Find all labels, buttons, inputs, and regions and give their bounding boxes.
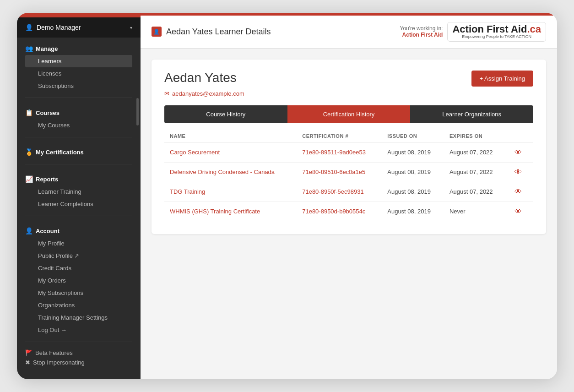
- learner-detail-icon: 👤: [152, 27, 162, 37]
- sidebar-item-organizations[interactable]: Organizations: [25, 299, 132, 311]
- cell-expires-1: August 07, 2022: [444, 162, 506, 182]
- manage-label: Manage: [36, 45, 58, 52]
- view-button-1[interactable]: 👁: [512, 167, 525, 177]
- sidebar-section-courses: 📋 Courses My Courses: [17, 102, 141, 133]
- main-content: 👤 Aedan Yates Learner Details You're wor…: [141, 16, 557, 379]
- sidebar-bottom: 🚩 Beta Features ✖ Stop Impersonating: [17, 346, 141, 370]
- cert-link-0[interactable]: Cargo Securement: [170, 149, 220, 156]
- courses-icon: 📋: [25, 109, 33, 116]
- col-cert-num: CERTIFICATION #: [297, 129, 382, 143]
- email-address: aedanyates@example.com: [172, 90, 244, 97]
- sidebar-item-public-profile[interactable]: Public Profile ↗: [25, 250, 132, 262]
- view-button-0[interactable]: 👁: [512, 147, 525, 158]
- col-actions: [506, 129, 533, 143]
- sidebar-section-account: 👤 Account My Profile Public Profile ↗ Cr…: [17, 220, 141, 338]
- cell-issued-1: August 08, 2019: [382, 162, 444, 182]
- user-icon: 👤: [25, 24, 33, 31]
- account-icon: 👤: [25, 227, 33, 234]
- sidebar-stop-impersonating[interactable]: ✖ Stop Impersonating: [25, 359, 132, 366]
- reports-label: Reports: [36, 176, 58, 183]
- cell-expires-0: August 07, 2022: [444, 142, 506, 162]
- cert-num-link-2[interactable]: 71e80-8950f-5ec98931: [302, 188, 363, 195]
- sidebar-header-certifications[interactable]: 🏅 My Certifications: [25, 148, 132, 156]
- table-row: Defensive Driving Condensed - Canada 71e…: [164, 162, 533, 182]
- brand-subtitle: Empowering People to TAKE ACTION: [462, 34, 531, 39]
- sidebar-section-manage: 👥 Manage Learners Licenses Subscriptions: [17, 38, 141, 94]
- col-issued: ISSUED ON: [382, 129, 444, 143]
- sidebar-item-training-manager-settings[interactable]: Training Manager Settings: [25, 311, 132, 324]
- working-in-label: You're working in:: [400, 25, 443, 32]
- tab-certification-history[interactable]: Certification History: [287, 105, 411, 123]
- sidebar-item-my-profile[interactable]: My Profile: [25, 237, 132, 250]
- sidebar-item-credit-cards[interactable]: Credit Cards: [25, 262, 132, 274]
- email-icon: ✉: [164, 90, 169, 97]
- tabs-bar: Course History Certification History Lea…: [164, 105, 533, 123]
- manage-icon: 👥: [25, 45, 33, 52]
- cell-cert-num-1: 71e80-89510-6ec0a1e5: [297, 162, 382, 182]
- assign-training-button[interactable]: + Assign Training: [471, 71, 533, 87]
- sidebar-username: Demo Manager: [37, 24, 81, 31]
- table-row: TDG Training 71e80-8950f-5ec98931 August…: [164, 182, 533, 201]
- cell-issued-0: August 08, 2019: [382, 142, 444, 162]
- sidebar-section-reports: 📈 Reports Learner Training Learner Compl…: [17, 168, 141, 212]
- divider-4: [25, 216, 132, 216]
- certification-table: NAME CERTIFICATION # ISSUED ON EXPIRES O…: [164, 129, 533, 221]
- page-title: Aedan Yates Learner Details: [166, 27, 271, 37]
- sidebar-item-my-courses[interactable]: My Courses: [25, 119, 132, 131]
- learner-card: Aedan Yates + Assign Training ✉ aedanyat…: [152, 60, 546, 234]
- view-button-3[interactable]: 👁: [512, 207, 525, 217]
- sidebar: 👤 Demo Manager ▾ 👥 Manage Learners Licen…: [17, 16, 141, 379]
- cell-expires-2: August 07, 2022: [444, 182, 506, 201]
- sidebar-item-learners[interactable]: Learners: [25, 55, 132, 67]
- cell-cert-num-0: 71e80-89511-9ad0ee53: [297, 142, 382, 162]
- divider-5: [25, 342, 132, 342]
- beta-label: Beta Features: [35, 349, 73, 356]
- cell-actions-3: 👁: [506, 201, 533, 221]
- cell-name-0: Cargo Securement: [164, 142, 297, 162]
- account-label: Account: [36, 228, 60, 234]
- cell-actions-1: 👁: [506, 162, 533, 182]
- sidebar-item-learner-training[interactable]: Learner Training: [25, 185, 132, 198]
- cell-issued-3: August 08, 2019: [382, 201, 444, 221]
- col-name: NAME: [164, 129, 297, 143]
- cert-link-2[interactable]: TDG Training: [170, 188, 205, 195]
- cell-actions-0: 👁: [506, 142, 533, 162]
- col-expires: EXPIRES ON: [444, 129, 506, 143]
- sidebar-item-my-orders[interactable]: My Orders: [25, 274, 132, 287]
- sidebar-item-licenses[interactable]: Licenses: [25, 67, 132, 80]
- cell-issued-2: August 08, 2019: [382, 182, 444, 201]
- sidebar-item-my-subscriptions[interactable]: My Subscriptions: [25, 287, 132, 299]
- sidebar-beta-features[interactable]: 🚩 Beta Features: [25, 349, 132, 356]
- header-left: 👤 Aedan Yates Learner Details: [152, 27, 271, 37]
- sidebar-header-account: 👤 Account: [25, 227, 132, 234]
- scrollbar[interactable]: [136, 98, 139, 125]
- cell-name-3: WHMIS (GHS) Training Certificate: [164, 201, 297, 221]
- cert-num-link-3[interactable]: 71e80-8950d-b9b0554c: [302, 208, 365, 215]
- sidebar-user-menu[interactable]: 👤 Demo Manager ▾: [17, 17, 141, 38]
- cert-num-link-0[interactable]: 71e80-89511-9ad0ee53: [302, 149, 366, 156]
- reports-icon: 📈: [25, 175, 33, 183]
- sidebar-item-learner-completions[interactable]: Learner Completions: [25, 198, 132, 210]
- divider-3: [25, 164, 132, 164]
- learner-name: Aedan Yates: [164, 71, 237, 85]
- cert-num-link-1[interactable]: 71e80-89510-6ec0a1e5: [302, 169, 365, 175]
- brand-logo: Action First Aid.ca Empowering People to…: [447, 22, 546, 42]
- tab-learner-organizations[interactable]: Learner Organizations: [410, 105, 533, 123]
- sidebar-section-certifications: 🏅 My Certifications: [17, 141, 141, 160]
- cert-link-1[interactable]: Defensive Driving Condensed - Canada: [170, 169, 275, 175]
- stop-icon: ✖: [25, 359, 30, 366]
- sidebar-item-logout[interactable]: Log Out →: [25, 324, 132, 336]
- learner-email: ✉ aedanyates@example.com: [164, 90, 533, 97]
- cell-expires-3: Never: [444, 201, 506, 221]
- table-row: WHMIS (GHS) Training Certificate 71e80-8…: [164, 201, 533, 221]
- header-brand: You're working in: Action First Aid Acti…: [400, 22, 546, 42]
- sidebar-item-subscriptions[interactable]: Subscriptions: [25, 80, 132, 92]
- divider-1: [25, 98, 132, 98]
- user-small-icon: 👤: [153, 29, 160, 35]
- cert-link-3[interactable]: WHMIS (GHS) Training Certificate: [170, 208, 260, 215]
- learner-card-header: Aedan Yates + Assign Training: [164, 71, 533, 87]
- cell-actions-2: 👁: [506, 182, 533, 201]
- cell-name-1: Defensive Driving Condensed - Canada: [164, 162, 297, 182]
- tab-course-history[interactable]: Course History: [164, 105, 287, 123]
- view-button-2[interactable]: 👁: [512, 187, 525, 197]
